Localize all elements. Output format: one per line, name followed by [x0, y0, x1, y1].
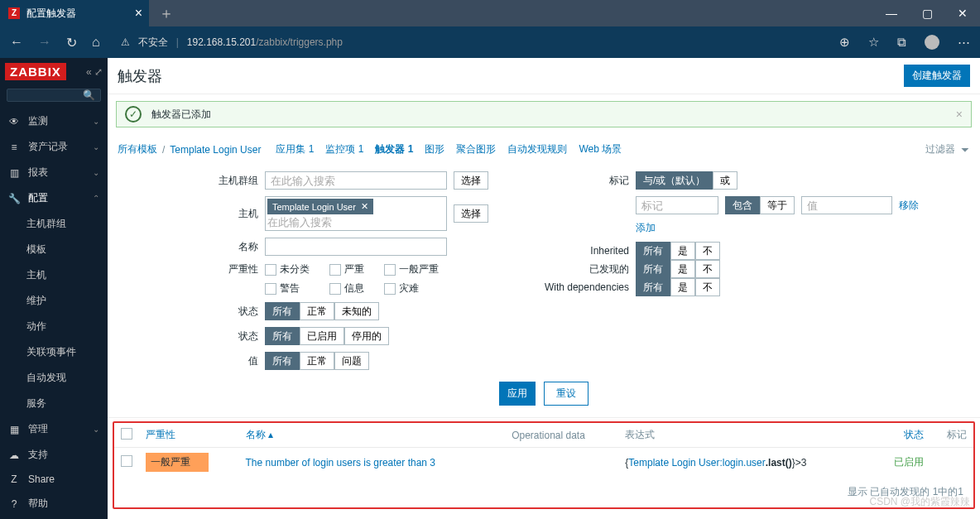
kv-With dependencies-所有[interactable]: 所有 [636, 278, 670, 296]
browser-tab[interactable]: Z 配置触发器 [0, 0, 149, 26]
url-sep: | [176, 36, 179, 48]
value-问题[interactable]: 问题 [334, 352, 369, 370]
nav-Share[interactable]: ZShare [0, 468, 108, 491]
crumb-自动发现规则[interactable]: 自动发现规则 [507, 142, 567, 156]
col-name[interactable]: 名称 ▴ [246, 429, 273, 440]
filter-toggle-label[interactable]: 过滤器 [925, 142, 955, 156]
kv-With dependencies-不[interactable]: 不 [695, 278, 720, 296]
back-icon[interactable]: ← [10, 35, 23, 50]
state-正常[interactable]: 正常 [300, 302, 334, 320]
url-text[interactable]: 192.168.15.201/zabbix/triggers.php [187, 36, 343, 48]
nav-sub-关联项事件[interactable]: 关联项事件 [0, 339, 108, 365]
nav-sub-模板[interactable]: 模板 [0, 237, 108, 262]
kv-Inherited-不[interactable]: 不 [695, 242, 720, 260]
create-trigger-button[interactable]: 创建触发器 [904, 65, 970, 87]
col-status[interactable]: 状态 [904, 429, 924, 440]
crumb-触发器[interactable]: 触发器 1 [375, 142, 413, 156]
kv-已发现的-所有[interactable]: 所有 [636, 260, 670, 278]
new-tab-button[interactable]: ＋ [159, 3, 174, 23]
value-正常[interactable]: 正常 [300, 352, 334, 370]
sev-信息[interactable]: 信息 [329, 281, 364, 296]
nav-资产记录[interactable]: ≡资产记录⌄ [0, 134, 108, 160]
host-select-button[interactable]: 选择 [454, 204, 488, 223]
avatar-icon[interactable] [925, 35, 939, 50]
status-已启用[interactable]: 已启用 [300, 327, 344, 345]
tagmode-或[interactable]: 或 [713, 171, 737, 190]
state-label: 状态 [209, 305, 258, 319]
tagmode-与/或（默认）[interactable]: 与/或（默认） [636, 171, 713, 190]
favorite-icon[interactable]: ☆ [868, 35, 879, 50]
status-停用的[interactable]: 停用的 [344, 327, 389, 345]
nav-支持[interactable]: ☁支持 [0, 442, 108, 468]
chevron-icon: ⌄ [93, 168, 99, 177]
table-footer: 显示 已自动发现的 1中的1 [114, 477, 973, 507]
kv-Inherited-是[interactable]: 是 [670, 242, 695, 260]
nav-sub-动作[interactable]: 动作 [0, 314, 108, 339]
nav-配置[interactable]: 🔧配置⌃ [0, 185, 108, 211]
sev-未分类[interactable]: 未分类 [265, 262, 310, 276]
sev-灾难[interactable]: 灾难 [384, 281, 439, 296]
remove-tag-icon[interactable]: ✕ [361, 201, 368, 212]
filter-icon[interactable]: ⏷ [960, 144, 970, 156]
nav-帮助[interactable]: ?帮助 [0, 491, 108, 517]
tag-val-input[interactable] [801, 196, 892, 214]
crumb-图形[interactable]: 图形 [425, 142, 444, 156]
value-所有[interactable]: 所有 [265, 352, 300, 370]
alert-close[interactable]: × [956, 108, 963, 121]
kv-Inherited-所有[interactable]: 所有 [636, 242, 670, 260]
nav-sub-服务[interactable]: 服务 [0, 391, 108, 416]
nav-管理[interactable]: ▦管理⌄ [0, 416, 108, 442]
crumb-Web 场景[interactable]: Web 场景 [579, 142, 622, 156]
min-icon[interactable]: — [886, 7, 897, 20]
tag-remove-link[interactable]: 移除 [899, 199, 919, 213]
tag-add-link[interactable]: 添加 [636, 221, 656, 235]
nav-监测[interactable]: 👁监测⌄ [0, 108, 108, 134]
tab-title: 配置触发器 [26, 7, 76, 21]
hostgroup-select-button[interactable]: 选择 [454, 171, 488, 190]
nav-报表[interactable]: ▥报表⌄ [0, 160, 108, 185]
tagmatch-包含[interactable]: 包含 [725, 196, 760, 214]
kv-With dependencies-是[interactable]: 是 [670, 278, 695, 296]
close-icon[interactable]: ✕ [958, 7, 968, 20]
crumb-聚合图形[interactable]: 聚合图形 [456, 142, 496, 156]
crumb-all-templates[interactable]: 所有模板 [118, 142, 157, 156]
sev-严重[interactable]: 严重 [329, 262, 364, 276]
reset-button[interactable]: 重设 [544, 382, 588, 406]
select-all-checkbox[interactable] [121, 428, 132, 440]
row-status[interactable]: 已启用 [894, 456, 924, 468]
crumb-应用集[interactable]: 应用集 1 [276, 142, 314, 156]
max-icon[interactable]: ▢ [922, 7, 933, 20]
collapse-button[interactable]: « ⤢ [86, 66, 103, 78]
crumb-监控项[interactable]: 监控项 1 [325, 142, 363, 156]
apply-button[interactable]: 应用 [499, 382, 536, 406]
host-tag[interactable]: Template Login User✕ [267, 199, 373, 214]
state-所有[interactable]: 所有 [265, 302, 300, 320]
menu-icon[interactable]: ⋯ [958, 35, 970, 50]
forward-icon[interactable]: → [38, 35, 51, 50]
kv-已发现的-不[interactable]: 不 [695, 260, 720, 278]
state-未知的[interactable]: 未知的 [334, 302, 379, 320]
row-checkbox[interactable] [121, 455, 132, 467]
nav-sub-主机[interactable]: 主机 [0, 262, 108, 288]
tag-key-input[interactable] [636, 196, 718, 214]
insecure-icon: ⚠ [121, 36, 130, 48]
sev-警告[interactable]: 警告 [265, 281, 310, 296]
crumb-template[interactable]: Template Login User [170, 144, 261, 156]
nav-sub-自动发现[interactable]: 自动发现 [0, 365, 108, 391]
row-name[interactable]: The number of login users is greater tha… [246, 457, 435, 469]
collections-icon[interactable]: ⧉ [897, 35, 906, 50]
hostgroup-input[interactable] [265, 171, 447, 190]
col-severity[interactable]: 严重性 [146, 429, 175, 440]
sidebar-search[interactable]: 🔍 [7, 89, 101, 102]
status-所有[interactable]: 所有 [265, 327, 300, 345]
home-icon[interactable]: ⌂ [92, 35, 100, 50]
sev-一般严重[interactable]: 一般严重 [384, 262, 439, 276]
nav-sub-维护[interactable]: 维护 [0, 288, 108, 314]
host-input[interactable] [267, 216, 444, 228]
name-input[interactable] [265, 238, 447, 256]
nav-sub-主机群组[interactable]: 主机群组 [0, 211, 108, 237]
kv-已发现的-是[interactable]: 是 [670, 260, 695, 278]
tracking-icon[interactable]: ⊕ [839, 35, 850, 50]
tagmatch-等于[interactable]: 等于 [760, 196, 795, 214]
refresh-icon[interactable]: ↻ [66, 35, 77, 50]
